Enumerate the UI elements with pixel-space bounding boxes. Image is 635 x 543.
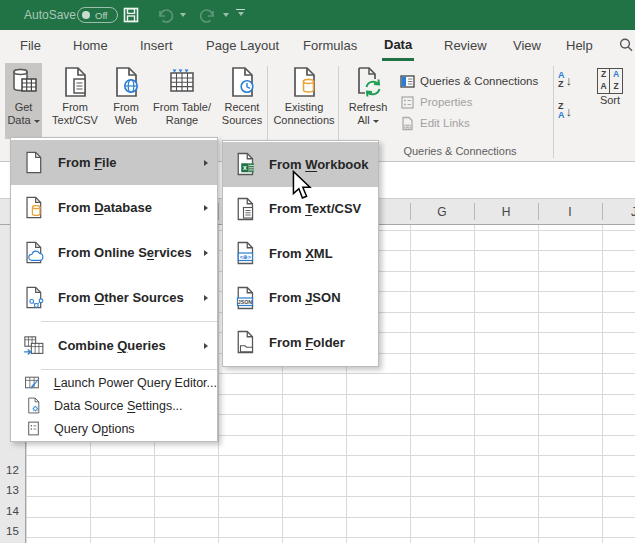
database-table-icon: [8, 66, 40, 98]
dropdown-caret-icon: [373, 120, 379, 123]
search-button[interactable]: [618, 37, 634, 57]
chevron-down-icon: [238, 12, 244, 16]
row-header-15[interactable]: 15: [0, 521, 25, 542]
power-query-editor-icon: [23, 374, 43, 391]
tab-help[interactable]: Help: [564, 30, 595, 61]
recent-sources-label-2: Sources: [222, 114, 262, 127]
menu-item-launch-power-query-editor[interactable]: Launch Power Query Editor...: [11, 371, 217, 394]
globe-file-icon: [110, 66, 142, 98]
tab-view[interactable]: View: [511, 30, 543, 61]
get-data-button[interactable]: Get Data: [5, 63, 42, 139]
gridline: [26, 537, 635, 538]
recent-sources-label-1: Recent: [225, 101, 260, 114]
row-header-13[interactable]: 13: [0, 480, 25, 501]
refresh-all-button[interactable]: Refresh All: [341, 63, 395, 139]
chevron-down-icon: [223, 13, 229, 17]
menu-item-from-other-sources[interactable]: From Other Sources: [11, 275, 217, 320]
menu-item-from-database[interactable]: From Database: [11, 185, 217, 230]
undo-icon: [155, 6, 175, 24]
submenu-item-from-xml[interactable]: <⊕> From XML: [223, 231, 378, 276]
group-label-queries-connections: Queries & Connections: [360, 145, 560, 157]
edit-links-button: Edit Links: [400, 114, 470, 132]
edit-links-icon: [400, 116, 415, 131]
down-arrow-icon: ↓: [566, 73, 573, 88]
svg-text:x: x: [243, 164, 247, 171]
tab-file[interactable]: File: [18, 30, 43, 61]
save-icon: [122, 6, 140, 24]
edit-links-label: Edit Links: [420, 117, 470, 129]
row-header-12[interactable]: 12: [0, 460, 25, 481]
workbook-icon: x: [232, 152, 258, 176]
tab-insert[interactable]: Insert: [138, 30, 175, 61]
properties-button: Properties: [400, 93, 472, 111]
recent-sources-button[interactable]: Recent Sources: [218, 63, 266, 139]
undo-button[interactable]: [155, 0, 175, 30]
from-web-button[interactable]: From Web: [106, 63, 146, 139]
save-button[interactable]: [122, 0, 140, 30]
data-source-settings-icon: [23, 397, 43, 414]
xml-icon: <⊕>: [232, 241, 258, 265]
existing-connections-icon: [288, 66, 320, 98]
properties-label: Properties: [420, 96, 472, 108]
query-options-icon: [23, 420, 43, 437]
file-icon: [21, 151, 45, 174]
from-table-range-button[interactable]: From Table/ Range: [148, 63, 216, 139]
svg-text:<⊕>: <⊕>: [240, 254, 252, 260]
menu-item-data-source-settings[interactable]: Data Source Settings...: [11, 394, 217, 417]
text-file-icon: [59, 66, 91, 98]
redo-dropdown[interactable]: [223, 0, 229, 30]
svg-text:JSON: JSON: [238, 298, 253, 304]
tab-home[interactable]: Home: [71, 30, 110, 61]
column-header-separator: [410, 203, 411, 220]
tab-page-layout[interactable]: Page Layout: [204, 30, 281, 61]
sort-az-icon: AZ: [558, 71, 565, 90]
excel-window: AutoSave Off: [0, 0, 635, 543]
customize-quick-access-button[interactable]: [236, 9, 245, 16]
sort-ascending-button[interactable]: AZ ↓: [558, 71, 572, 90]
submenu-item-from-json[interactable]: JSON From JSON: [223, 276, 378, 321]
properties-icon: [400, 95, 415, 110]
mouse-cursor: [291, 170, 312, 200]
autosave-label: AutoSave: [24, 0, 76, 30]
submenu-arrow-icon: [204, 295, 208, 301]
menu-item-from-file[interactable]: From File: [11, 140, 217, 185]
sort-descending-button[interactable]: ZA ↓: [558, 102, 572, 121]
redo-button[interactable]: [198, 0, 218, 30]
column-header-separator: [218, 203, 219, 220]
menu-item-query-options[interactable]: Query Options: [11, 417, 217, 440]
text-csv-icon: [232, 197, 258, 221]
tab-review[interactable]: Review: [442, 30, 489, 61]
toggle-knob-icon: [82, 11, 90, 19]
menu-separator: [41, 321, 217, 322]
column-header-H[interactable]: H: [474, 199, 538, 224]
tab-data[interactable]: Data: [382, 30, 414, 61]
column-header-separator: [538, 203, 539, 220]
submenu-item-from-folder[interactable]: From Folder: [223, 320, 378, 365]
table-range-icon: [166, 66, 198, 98]
gridline: [26, 476, 635, 477]
submenu-arrow-icon: [204, 250, 208, 256]
get-data-label-1: Get: [15, 101, 33, 114]
undo-dropdown[interactable]: [180, 0, 186, 30]
column-header-G[interactable]: G: [410, 199, 474, 224]
column-header-I[interactable]: I: [538, 199, 602, 224]
dropdown-caret-icon: [34, 120, 40, 123]
sort-label: Sort: [600, 94, 620, 106]
from-text-csv-button[interactable]: From Text/CSV: [47, 63, 103, 139]
from-text-csv-label-2: Text/CSV: [52, 114, 98, 127]
menu-item-combine-queries[interactable]: Combine Queries: [11, 323, 217, 368]
column-header-J[interactable]: J: [602, 199, 635, 224]
json-icon: JSON: [232, 286, 258, 310]
other-sources-file-icon: [21, 286, 45, 309]
queries-connections-button[interactable]: Queries & Connections: [400, 72, 538, 90]
sort-button[interactable]: ZA AZ Sort: [588, 64, 632, 136]
redo-icon: [198, 6, 218, 24]
get-data-menu: From File From Database From Online Serv…: [10, 137, 218, 442]
autosave-toggle[interactable]: Off: [77, 7, 118, 23]
row-header-14[interactable]: 14: [0, 501, 25, 522]
tab-formulas[interactable]: Formulas: [301, 30, 359, 61]
existing-connections-button[interactable]: Existing Connections: [272, 63, 336, 139]
submenu-arrow-icon: [204, 160, 208, 166]
menu-item-from-online-services[interactable]: From Online Services: [11, 230, 217, 275]
gridline: [26, 496, 635, 497]
